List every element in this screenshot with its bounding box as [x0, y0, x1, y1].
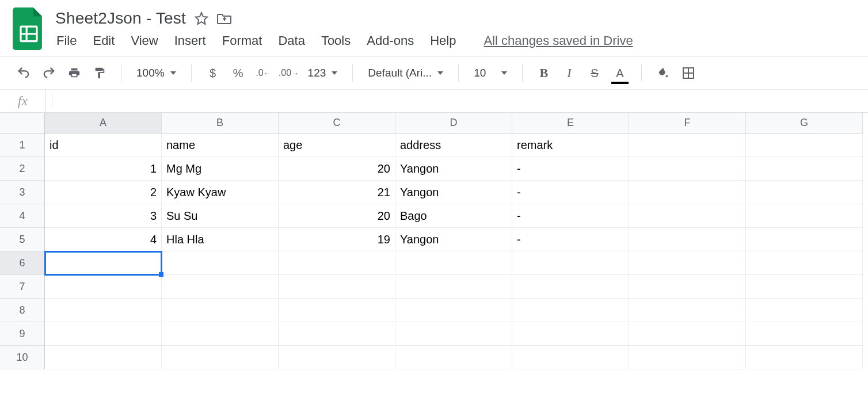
column-header[interactable]: A: [45, 113, 162, 133]
cell[interactable]: [395, 299, 512, 322]
cell[interactable]: Hla Hla: [162, 228, 279, 251]
cell[interactable]: [746, 181, 863, 204]
decrease-decimal-button[interactable]: .0←: [254, 63, 273, 83]
cell[interactable]: [395, 275, 512, 299]
row-header[interactable]: 7: [0, 275, 45, 299]
star-icon[interactable]: [194, 11, 209, 26]
column-header[interactable]: E: [512, 113, 629, 133]
cell[interactable]: [395, 346, 512, 369]
cell[interactable]: [279, 251, 395, 275]
italic-button[interactable]: I: [559, 63, 579, 83]
cell[interactable]: Kyaw Kyaw: [162, 181, 279, 204]
cell[interactable]: [162, 251, 279, 275]
cell[interactable]: [629, 346, 746, 369]
row-header[interactable]: 9: [0, 322, 45, 346]
cell[interactable]: [629, 251, 746, 275]
save-status[interactable]: All changes saved in Drive: [484, 33, 633, 48]
cell[interactable]: [629, 204, 746, 228]
cell[interactable]: [512, 322, 629, 346]
cell[interactable]: [45, 275, 162, 299]
percent-button[interactable]: %: [229, 63, 248, 83]
move-to-drive-icon[interactable]: [217, 11, 232, 26]
row-header[interactable]: 5: [0, 228, 45, 251]
paint-format-button[interactable]: [90, 63, 109, 83]
cell[interactable]: [629, 133, 746, 157]
cell[interactable]: [162, 299, 279, 322]
cell[interactable]: -: [512, 181, 629, 204]
cell[interactable]: [746, 157, 863, 181]
row-header[interactable]: 6: [0, 251, 45, 275]
menu-data[interactable]: Data: [278, 33, 304, 48]
cell[interactable]: [746, 275, 863, 299]
cell[interactable]: -: [512, 204, 629, 228]
cell[interactable]: [162, 322, 279, 346]
column-header[interactable]: C: [279, 113, 395, 133]
cell[interactable]: 2: [45, 181, 162, 204]
cell[interactable]: [746, 299, 863, 322]
cell[interactable]: [512, 346, 629, 369]
cell[interactable]: name: [162, 133, 279, 157]
cell[interactable]: 19: [279, 228, 395, 251]
cell[interactable]: [629, 322, 746, 346]
cell[interactable]: Mg Mg: [162, 157, 279, 181]
font-size-dropdown[interactable]: 10: [470, 63, 511, 83]
row-header[interactable]: 10: [0, 346, 45, 369]
currency-button[interactable]: $: [203, 63, 223, 83]
column-header[interactable]: B: [162, 113, 279, 133]
row-header[interactable]: 8: [0, 299, 45, 322]
menu-tools[interactable]: Tools: [321, 33, 351, 48]
cell[interactable]: [512, 299, 629, 322]
cell[interactable]: 3: [45, 204, 162, 228]
cell[interactable]: [512, 251, 629, 275]
sheets-logo[interactable]: [12, 6, 46, 52]
cell[interactable]: [279, 275, 395, 299]
cell[interactable]: [629, 228, 746, 251]
cell[interactable]: -: [512, 228, 629, 251]
cell[interactable]: [279, 322, 395, 346]
text-color-button[interactable]: A: [610, 63, 630, 83]
cell[interactable]: [746, 322, 863, 346]
bold-button[interactable]: B: [534, 63, 554, 83]
cell[interactable]: [162, 346, 279, 369]
document-title[interactable]: Sheet2Json - Test: [55, 9, 186, 28]
menu-file[interactable]: File: [56, 33, 77, 48]
column-header[interactable]: F: [629, 113, 746, 133]
cell[interactable]: 1: [45, 157, 162, 181]
cell[interactable]: 4: [45, 228, 162, 251]
cell[interactable]: [746, 204, 863, 228]
cell[interactable]: Bago: [395, 204, 512, 228]
cell[interactable]: [746, 251, 863, 275]
cell[interactable]: [45, 251, 162, 275]
cell[interactable]: [45, 346, 162, 369]
cell[interactable]: [395, 251, 512, 275]
cell[interactable]: [395, 322, 512, 346]
menu-format[interactable]: Format: [222, 33, 262, 48]
redo-button[interactable]: [39, 63, 59, 83]
menu-help[interactable]: Help: [430, 33, 456, 48]
column-header[interactable]: G: [746, 113, 863, 133]
cell[interactable]: Su Su: [162, 204, 279, 228]
cell[interactable]: remark: [512, 133, 629, 157]
cell[interactable]: Yangon: [395, 181, 512, 204]
borders-button[interactable]: [679, 63, 698, 83]
cell[interactable]: [45, 299, 162, 322]
select-all-corner[interactable]: [0, 113, 45, 133]
menu-addons[interactable]: Add-ons: [367, 33, 414, 48]
print-button[interactable]: [64, 63, 84, 83]
increase-decimal-button[interactable]: .00→: [279, 63, 299, 83]
cell[interactable]: age: [279, 133, 395, 157]
strikethrough-button[interactable]: S: [585, 63, 604, 83]
cell[interactable]: 20: [279, 157, 395, 181]
cell[interactable]: Yangon: [395, 228, 512, 251]
row-header[interactable]: 4: [0, 204, 45, 228]
cell[interactable]: address: [395, 133, 512, 157]
row-header[interactable]: 3: [0, 181, 45, 204]
cell[interactable]: 21: [279, 181, 395, 204]
cell[interactable]: -: [512, 157, 629, 181]
cell[interactable]: Yangon: [395, 157, 512, 181]
cell[interactable]: [629, 157, 746, 181]
row-header[interactable]: 1: [0, 133, 45, 157]
formula-input[interactable]: [52, 90, 868, 112]
cell[interactable]: [45, 322, 162, 346]
cell[interactable]: 20: [279, 204, 395, 228]
